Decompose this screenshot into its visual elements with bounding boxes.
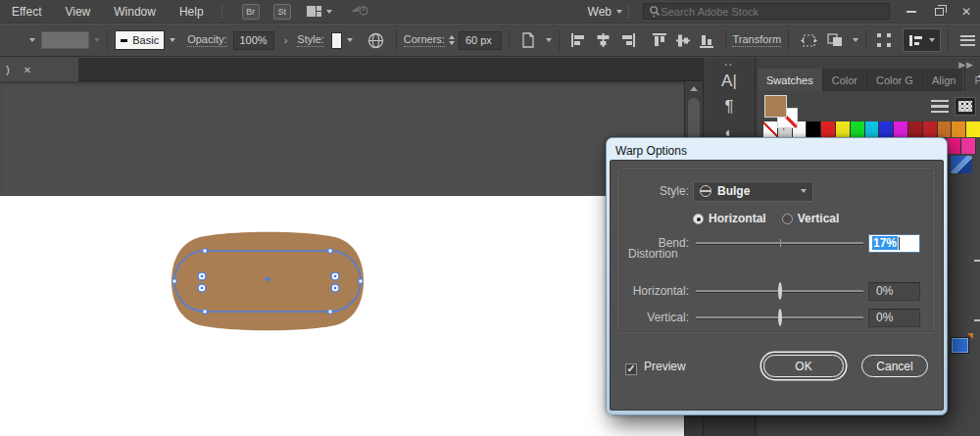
opacity-input[interactable]: 100% bbox=[233, 31, 274, 50]
control-panel-menu-icon[interactable] bbox=[956, 35, 980, 46]
arrange-documents-icon[interactable] bbox=[307, 6, 321, 17]
bend-value-input[interactable]: 17% bbox=[868, 234, 920, 253]
distortion-horizontal-input[interactable]: 0% bbox=[868, 282, 920, 301]
active-tool-icon[interactable] bbox=[952, 338, 968, 353]
swatch-none[interactable] bbox=[763, 121, 778, 137]
publish-online-icon[interactable] bbox=[363, 32, 389, 49]
graphic-style-dropdown[interactable] bbox=[342, 30, 353, 50]
swatch-2531da[interactable] bbox=[879, 121, 894, 137]
tab-color[interactable]: Color bbox=[823, 69, 867, 91]
preview-option[interactable]: ✓Preview bbox=[625, 360, 686, 375]
align-vertical-center-icon[interactable] bbox=[671, 33, 695, 48]
chevron-down-icon[interactable] bbox=[853, 38, 858, 42]
minimize-button[interactable] bbox=[898, 1, 925, 23]
menu-window[interactable]: Window bbox=[102, 5, 168, 19]
vertical-radio[interactable] bbox=[782, 214, 793, 224]
workspace-switcher[interactable]: Web bbox=[588, 5, 612, 19]
bend-slider[interactable] bbox=[696, 242, 863, 244]
search-input[interactable] bbox=[661, 6, 884, 18]
search-field[interactable] bbox=[643, 3, 890, 20]
corners-link[interactable]: Corners: bbox=[404, 33, 445, 47]
cancel-button[interactable]: Cancel bbox=[861, 355, 928, 377]
chevron-down-icon[interactable] bbox=[29, 38, 35, 42]
chevron-down-icon bbox=[801, 189, 807, 193]
menu-view[interactable]: View bbox=[53, 5, 102, 19]
menu-help[interactable]: Help bbox=[168, 5, 216, 19]
canvas[interactable] bbox=[0, 81, 684, 436]
distortion-label: Distortion bbox=[628, 247, 678, 261]
align-horizontal-left-icon[interactable] bbox=[566, 33, 591, 47]
shape-mode-icon[interactable] bbox=[822, 33, 848, 47]
distortion-vertical-handle[interactable] bbox=[778, 311, 782, 324]
bridge-icon[interactable]: Br bbox=[242, 4, 260, 20]
swatch-bf2227[interactable] bbox=[923, 121, 938, 137]
panel-grip-icon[interactable]: •• bbox=[704, 60, 755, 69]
chevron-down-icon[interactable] bbox=[546, 38, 552, 42]
graphic-style-link[interactable]: Style: bbox=[297, 33, 324, 47]
stroke-style-preview[interactable]: Basic bbox=[115, 30, 166, 50]
corners-input[interactable]: 60 px bbox=[459, 31, 502, 50]
stroke-style-dropdown[interactable] bbox=[165, 30, 175, 50]
grid-view-icon[interactable] bbox=[955, 97, 976, 116]
align-options-toggle[interactable] bbox=[903, 28, 941, 52]
distortion-vertical-slider[interactable] bbox=[696, 316, 863, 318]
horizontal-radio-label[interactable]: Horizontal bbox=[709, 212, 766, 225]
preview-checkbox[interactable]: ✓ bbox=[625, 363, 637, 375]
transform-link[interactable]: Transform bbox=[732, 33, 781, 47]
warp-options-dialog: Warp Options Style: Bulge Horizontal Ver… bbox=[606, 137, 948, 415]
stock-icon[interactable]: St bbox=[273, 4, 291, 20]
swatch-e32222[interactable] bbox=[821, 121, 836, 137]
swatch-c66f28[interactable] bbox=[938, 121, 953, 137]
dialog-title[interactable]: Warp Options bbox=[610, 141, 944, 160]
vertical-radio-label[interactable]: Vertical bbox=[798, 212, 840, 225]
swatch-000000[interactable] bbox=[807, 121, 821, 137]
swatch-f2e71c[interactable] bbox=[836, 121, 851, 137]
distortion-horizontal-label: Horizontal: bbox=[618, 284, 689, 298]
fill-color-well[interactable] bbox=[41, 31, 89, 49]
tab-pathfinder[interactable]: Pathfin bbox=[965, 69, 980, 91]
distortion-horizontal-handle[interactable] bbox=[778, 284, 782, 298]
paragraph-panel-icon[interactable]: ¶ bbox=[704, 94, 755, 120]
swatch-0cc5e4[interactable] bbox=[865, 121, 880, 137]
tab-swatches[interactable]: Swatches bbox=[758, 69, 823, 91]
bulge-shape[interactable] bbox=[167, 227, 368, 337]
distortion-horizontal-slider[interactable] bbox=[696, 290, 863, 292]
swatch-ed1a82[interactable] bbox=[947, 138, 961, 154]
align-horizontal-center-icon[interactable] bbox=[591, 33, 615, 47]
document-tab-label: ) bbox=[6, 64, 10, 75]
free-transform-icon[interactable] bbox=[796, 33, 822, 48]
close-button[interactable]: ✕ bbox=[953, 1, 980, 23]
fill-swatch[interactable] bbox=[764, 95, 787, 118]
opacity-link[interactable]: Opacity: bbox=[187, 33, 226, 47]
distortion-vertical-input[interactable]: 0% bbox=[868, 309, 920, 327]
tab-color-guide[interactable]: Color G bbox=[867, 69, 923, 91]
swatch-df1fdf[interactable] bbox=[894, 121, 908, 137]
align-horizontal-right-icon[interactable] bbox=[615, 33, 640, 47]
character-panel-icon[interactable]: A| bbox=[704, 69, 755, 94]
swatch-14dd28[interactable] bbox=[851, 121, 865, 137]
dots-grid-icon[interactable] bbox=[872, 33, 897, 48]
scroll-up-icon[interactable] bbox=[685, 81, 703, 96]
chevron-down-icon[interactable] bbox=[326, 10, 332, 14]
align-vertical-bottom-icon[interactable] bbox=[695, 33, 718, 48]
document-tab[interactable]: ) ✕ bbox=[0, 58, 78, 81]
horizontal-radio[interactable] bbox=[693, 214, 704, 224]
pattern-swatch[interactable] bbox=[951, 156, 972, 173]
menu-effect[interactable]: Effect bbox=[0, 5, 53, 19]
tab-align[interactable]: Align bbox=[923, 69, 965, 91]
close-tab-icon[interactable]: ✕ bbox=[24, 65, 31, 75]
align-vertical-top-icon[interactable] bbox=[648, 33, 671, 48]
graphic-style-swatch[interactable] bbox=[331, 32, 342, 49]
chevron-down-icon[interactable] bbox=[616, 10, 622, 14]
document-setup-icon[interactable] bbox=[515, 32, 541, 48]
swatch-e38f22[interactable] bbox=[952, 121, 966, 137]
swatch-f7e71a[interactable] bbox=[966, 121, 980, 137]
warp-style-dropdown[interactable]: Bulge bbox=[693, 181, 813, 202]
restore-button[interactable] bbox=[925, 1, 953, 23]
corners-stepper[interactable] bbox=[449, 35, 455, 45]
swatch-9e1c22[interactable] bbox=[908, 121, 923, 137]
ok-button[interactable]: OK bbox=[763, 355, 844, 377]
swatch-f0369f[interactable] bbox=[961, 138, 976, 154]
opacity-expand-icon[interactable]: › bbox=[284, 34, 288, 46]
list-view-icon[interactable] bbox=[931, 100, 949, 113]
